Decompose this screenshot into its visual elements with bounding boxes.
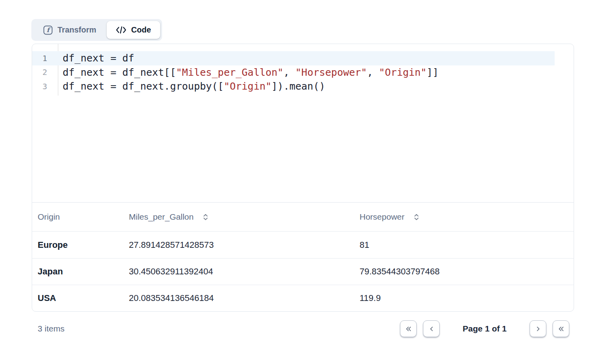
origin-cell: USA [32,293,129,303]
tab-transform-label: Transform [57,25,96,34]
code-line-content: df_next = df_next.groupby(["Origin"]).me… [47,80,325,92]
double-chevron-left-icon [405,326,412,332]
code-line[interactable]: 2 df_next = df_next[["Miles_per_Gallon",… [32,65,574,80]
horsepower-cell: 119.9 [360,293,574,303]
previous-page-button[interactable] [423,320,440,337]
result-table-header: Origin Miles_per_Gallon Horsepower [32,203,574,232]
table-row: Europe 27.891428571428573 81 [32,232,574,258]
page-indicator: Page 1 of 1 [463,324,507,333]
column-header-origin: Origin [32,212,129,222]
horsepower-cell: 81 [360,240,574,250]
code-editor[interactable]: 1 df_next = df 2 df_next = df_next[["Mil… [32,44,574,203]
origin-cell: Japan [32,266,129,277]
sort-miles-per-gallon-button[interactable] [203,213,208,221]
sort-icon [203,213,208,221]
tab-code[interactable]: Code [107,21,160,39]
origin-cell: Europe [32,240,129,250]
code-and-results-panel: 1 df_next = df 2 df_next = df_next[["Mil… [32,44,574,312]
column-header-miles-per-gallon: Miles_per_Gallon [129,212,360,222]
tab-code-label: Code [131,25,151,34]
miles-per-gallon-cell: 20.083534136546184 [129,293,360,303]
table-footer: 3 items Page 1 of 1 [32,312,574,345]
line-number: 1 [32,54,47,63]
transform-code-view: f Transform Code 1 df_next = df [0,0,601,364]
code-line-content: df_next = df_next[["Miles_per_Gallon", "… [47,67,438,78]
last-page-button[interactable] [553,320,569,337]
pagination: Page 1 of 1 [400,320,574,337]
tab-transform[interactable]: f Transform [33,21,107,39]
function-icon: f [43,25,53,35]
code-line[interactable]: 3 df_next = df_next.groupby(["Origin"]).… [32,79,574,94]
column-header-horsepower: Horsepower [360,212,574,222]
chevron-right-icon [535,326,542,332]
next-page-button[interactable] [530,320,546,337]
line-number: 3 [32,82,47,91]
horsepower-cell: 79.83544303797468 [360,266,574,277]
table-row: USA 20.083534136546184 119.9 [32,285,574,311]
sort-icon [414,213,419,221]
view-mode-tabs: f Transform Code [31,19,162,41]
items-count: 3 items [32,324,65,333]
first-page-button[interactable] [400,320,417,337]
line-number: 2 [32,67,47,77]
table-row: Japan 30.450632911392404 79.835443037974… [32,258,574,285]
sort-horsepower-button[interactable] [414,213,419,221]
code-icon [116,26,126,34]
chevron-left-icon [428,326,435,332]
miles-per-gallon-cell: 27.891428571428573 [129,240,360,250]
svg-text:f: f [47,26,51,34]
double-chevron-right-icon [558,326,565,332]
code-line[interactable]: 1 df_next = df [32,51,574,65]
miles-per-gallon-cell: 30.450632911392404 [129,266,360,277]
code-line-content: df_next = df [47,52,134,64]
